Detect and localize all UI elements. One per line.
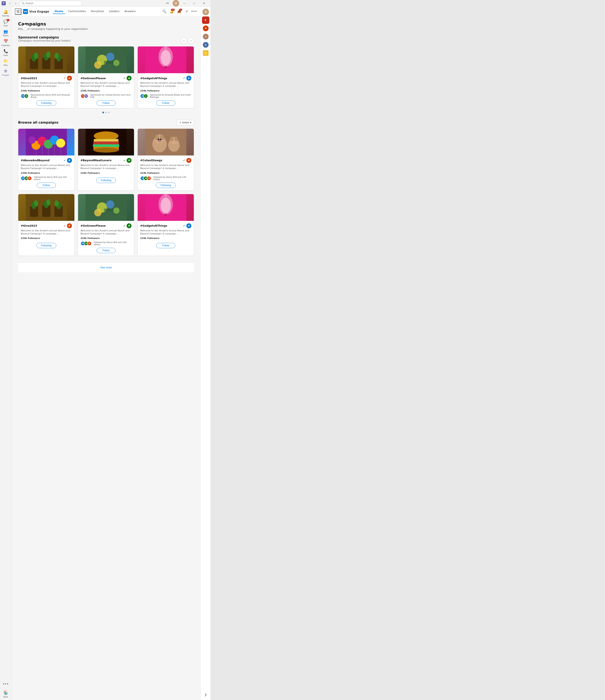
card-followers-meatlovers: 234k Followers — [81, 172, 132, 174]
nav-forward-button[interactable]: › — [13, 1, 18, 6]
svg-point-28 — [28, 136, 35, 144]
card-title-give2023-2: #Give2023 — [21, 224, 62, 227]
right-panel-item-4[interactable]: B — [202, 41, 209, 49]
svg-point-52 — [175, 136, 178, 142]
inbox-button[interactable]: 📥1 — [176, 8, 183, 15]
nav-back-button[interactable]: ‹ — [7, 1, 12, 6]
nav-link-answers[interactable]: Answers — [122, 9, 138, 14]
follow-button-gadgets[interactable]: Follow — [156, 100, 175, 106]
card-followers-row-dawgs: H A B Followed by Henry Brill and 126 ot… — [140, 176, 191, 180]
sidebar-item-activity[interactable]: 🔔 Activity — [1, 8, 10, 17]
page-subtitle: Discover campaigns happening in your org… — [18, 27, 194, 30]
sponsor-avatar-2: A — [24, 94, 29, 98]
nav-link-storylines[interactable]: Storylines — [88, 9, 106, 14]
sidebar-item-engage[interactable]: ⊞ Engage — [1, 68, 10, 76]
title-bar-search[interactable]: 🔍 — [20, 1, 81, 6]
active-filter-button[interactable]: ≡ Active ▾ — [177, 120, 194, 125]
dot-2[interactable] — [105, 112, 107, 113]
nav-link-leaders[interactable]: Leaders — [107, 9, 122, 14]
hamburger-button[interactable]: ☰ — [15, 8, 21, 15]
title-bar-nav: ‹ › — [7, 1, 18, 6]
right-panel-item-3[interactable]: P — [202, 33, 209, 40]
user-avatar-titlebar[interactable]: U — [173, 0, 179, 6]
sponsored-prev-button[interactable]: ‹ — [181, 38, 187, 44]
svg-point-19 — [161, 50, 171, 66]
svg-point-71 — [161, 198, 171, 213]
nav-link-home[interactable]: Home — [52, 9, 65, 14]
filter-chevron-icon: ▾ — [190, 121, 191, 124]
see-more-button[interactable]: See more — [100, 266, 112, 269]
following-button-give2023-2[interactable]: Following — [36, 243, 56, 248]
app-container: 🔔 Activity 💬 Chat 1 👥 Teams 📅 Calendar 📞… — [0, 6, 210, 700]
more-menu-button[interactable]: ••• — [191, 8, 197, 15]
search-input[interactable] — [25, 2, 80, 5]
verified-icon-gadgets2: ✔ — [183, 224, 185, 227]
sponsored-next-button[interactable]: › — [188, 38, 194, 44]
following-button-give2023[interactable]: Following — [36, 100, 56, 106]
title-bar: T ‹ › 🔍 ••• U ─ □ ✕ — [0, 0, 210, 6]
svg-point-51 — [170, 136, 174, 142]
sponsor-text-give2023: Sponsored by Henry Brill and Amanda Brad… — [31, 94, 72, 98]
more-options-button[interactable]: ••• — [163, 0, 172, 6]
verified-icon-gogreen2: ✔ — [123, 224, 125, 227]
card-body-gadgets-2: #GadgetsNThings ✔ # Welcome to Van Arsde… — [138, 221, 194, 251]
follower-avatars-gogreen2: H A B — [81, 241, 90, 246]
svg-point-14 — [94, 61, 102, 69]
maximize-button[interactable]: □ — [189, 0, 199, 6]
svg-rect-36 — [94, 139, 119, 142]
card-image-lamp-2 — [138, 194, 194, 221]
engage-collapse-button[interactable]: ‹ — [22, 25, 28, 30]
sidebar-label-activity: Activity — [2, 15, 9, 17]
dot-3[interactable] — [108, 112, 110, 113]
minimize-button[interactable]: ─ — [180, 0, 189, 6]
card-desc-cutestdawgs: Welcome to Van Arsdel's annual Above and… — [140, 164, 191, 170]
follow-button-gadgets-2[interactable]: Follow — [156, 243, 175, 248]
sponsored-section-header: Sponsored campaigns Campaigns recommende… — [18, 35, 194, 46]
search-button[interactable]: 🔍 — [161, 8, 168, 15]
card-image-plants-2 — [18, 194, 74, 221]
viva-logo-text: Viva Engage — [29, 10, 49, 13]
following-button-meatlovers[interactable]: Following — [96, 178, 116, 183]
browse-card-gadgets-2: #GadgetsNThings ✔ # Welcome to Van Arsde… — [137, 194, 194, 256]
dot-1[interactable] — [102, 112, 104, 113]
right-panel-item-2[interactable]: ❤ — [202, 25, 209, 32]
browse-cards-grid: #AboveAndBeyond ✔ # Welcome to Van Arsde… — [18, 128, 194, 256]
viva-engage-logo-icon — [23, 9, 28, 14]
svg-point-16 — [113, 60, 120, 66]
lamp-illustration-2 — [138, 194, 194, 221]
sidebar-item-teams[interactable]: 👥 Teams — [1, 28, 10, 37]
sidebar-item-calendar[interactable]: 📅 Calendar — [1, 38, 10, 47]
follow-button-aboveandbeyond[interactable]: Follow — [37, 183, 56, 188]
sidebar-item-calls[interactable]: 📞 Calls — [1, 48, 10, 57]
right-panel-item-5[interactable]: ⭐ — [202, 49, 209, 57]
follow-button-gogreen[interactable]: Follow — [97, 100, 116, 106]
sidebar-item-store[interactable]: 🏪 Store — [1, 689, 10, 698]
svg-rect-0 — [23, 9, 28, 14]
sidebar-item-more[interactable]: ••• — [1, 679, 10, 689]
browse-card-meatlovers: #BeyondMeatLovers ✔ # Welcome to Van Ars… — [78, 128, 134, 191]
following-button-cutestdawgs[interactable]: Following — [156, 183, 176, 188]
nav-link-communities[interactable]: Communities — [66, 9, 88, 14]
notifications-button[interactable]: 🔔10 — [168, 8, 175, 15]
card-desc-give2023: Welcome to Van Arsdel's annual Above and… — [21, 81, 72, 88]
card-desc-gadgets: Welcome to Van Arsdel's annual Above and… — [140, 81, 191, 88]
card-followers-aboveandbeyond: 234k Followers — [21, 172, 72, 174]
sponsor-text-gogreen: Sponsored by Celeste Burton and Cecil Fo… — [90, 94, 132, 98]
card-desc-gadgets-2: Welcome to Van Arsdel's annual Above and… — [140, 229, 191, 235]
engage-icon: ⊞ — [3, 68, 9, 74]
card-action-above: Follow — [21, 183, 72, 188]
more-icon: ••• — [3, 682, 8, 686]
right-panel-item-1[interactable]: C — [202, 17, 209, 24]
right-panel-collapse-button[interactable]: ❯ — [202, 691, 209, 698]
sidebar-item-chat[interactable]: 💬 Chat 1 — [1, 18, 10, 27]
sidebar-item-files[interactable]: 📁 Files — [1, 57, 10, 67]
card-title-gogreen: #GoGreenPlease — [81, 77, 122, 80]
card-body-cutestdawgs: #CutestDawgs ✔ # Welcome to Van Arsdel's… — [138, 155, 194, 191]
card-title-row-gogreen: #GoGreenPlease ✔ # — [81, 76, 132, 81]
right-panel-avatar[interactable]: U — [202, 8, 209, 16]
sidebar-label-engage: Engage — [2, 74, 9, 76]
share-button[interactable]: ↗ — [183, 8, 190, 15]
follow-button-gogreen-2[interactable]: Follow — [97, 248, 116, 253]
balloons-illustration — [18, 129, 74, 155]
close-button[interactable]: ✕ — [199, 0, 209, 6]
